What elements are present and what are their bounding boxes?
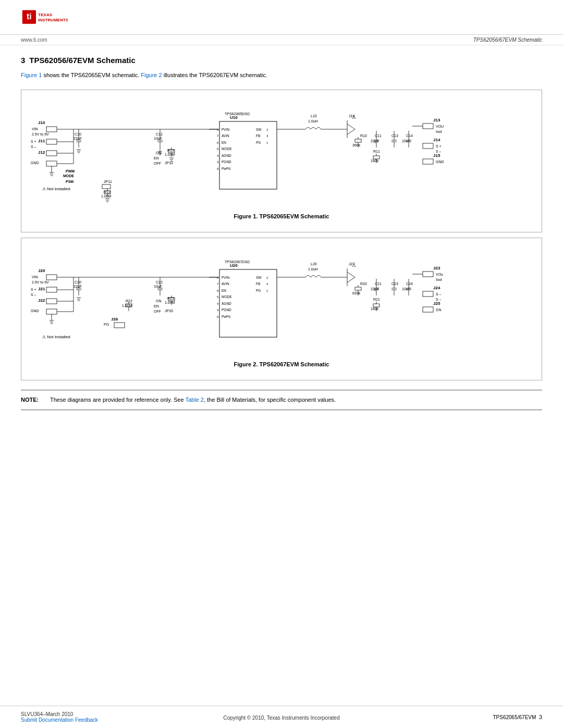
svg-rect-196 [114,323,125,328]
svg-line-96 [347,124,355,129]
figure2-container: J20 VIN 2.9V to 6V J21 S + S – J22 GND C… [21,238,542,380]
svg-text:J14: J14 [433,138,440,142]
svg-text:4: 4 [217,154,219,157]
doc-id: SLVU364–March 2010 [21,711,98,717]
svg-rect-37 [102,184,111,189]
svg-text:MODE: MODE [63,174,74,178]
svg-rect-260 [423,272,433,277]
figure1-link[interactable]: Figure 1 [21,72,42,78]
svg-text:C14: C14 [406,134,413,138]
svg-rect-156 [46,299,57,304]
svg-text:2.9V to 6V: 2.9V to 6V [32,132,49,136]
footer-doc-name: TPS62065/67EVM [493,714,536,720]
svg-text:S –: S – [436,292,442,296]
svg-text:FB: FB [256,282,260,286]
svg-text:GND: GND [31,309,39,313]
svg-text:1.0uH: 1.0uH [308,267,318,271]
svg-text:JP11: JP11 [104,180,112,183]
svg-text:AVIN: AVIN [222,282,229,286]
svg-text:C21: C21 [375,282,382,286]
svg-text:C13: C13 [391,134,398,138]
svg-text:J11: J11 [38,139,45,143]
svg-text:L20: L20 [311,262,317,266]
svg-text:Iout: Iout [436,130,442,133]
note-box: NOTE: These diagrams are provided for re… [21,390,542,411]
svg-rect-265 [423,291,433,297]
svg-text:MODE: MODE [222,295,232,299]
svg-text:360k: 360k [352,143,361,147]
svg-text:PGND: PGND [222,308,231,312]
svg-text:INSTRUMENTS: INSTRUMENTS [38,18,68,22]
svg-text:AGND: AGND [222,302,231,305]
section-number: 3 [21,56,25,65]
svg-text:22pF: 22pF [371,139,379,143]
footer-left: SLVU364–March 2010 Submit Documentation … [21,711,98,723]
svg-rect-159 [46,309,57,314]
svg-text:C22: C22 [156,280,163,284]
svg-text:22uF: 22uF [74,137,82,140]
svg-text:EN: EN [154,304,159,308]
svg-text:C23: C23 [391,282,398,286]
svg-text:VOU: VOU [436,125,444,128]
svg-text:S –: S – [436,298,442,301]
main-content: 3TPS62056/67EVM Schematic Figure 1 shows… [0,45,563,430]
svg-text:VOu: VOu [436,273,443,276]
svg-text:6: 6 [217,289,219,292]
svg-rect-7 [46,127,57,132]
figure1-container: J10 VIN 2.9V to 6V J11 S + S – J12 GND P… [21,90,542,232]
svg-text:PwPd: PwPd [222,167,230,170]
svg-text:7: 7 [217,282,219,286]
svg-text:J22: J22 [38,298,45,303]
svg-text:9: 9 [217,167,219,170]
svg-text:PSM: PSM [66,180,74,183]
svg-text:J21: J21 [38,287,45,291]
svg-text:FB: FB [256,134,260,138]
footer-right: TPS62065/67EVM 3 [493,714,542,720]
table2-link[interactable]: Table 2 [185,397,203,403]
svg-text:TEXAS: TEXAS [38,13,52,17]
figure2-link[interactable]: Figure 2 [141,72,162,78]
svg-text:C12: C12 [156,132,163,136]
svg-text:J15: J15 [433,153,440,158]
svg-text:J10: J10 [38,120,45,125]
svg-text:10uF: 10uF [154,137,162,140]
svg-text:R21: R21 [373,298,380,301]
svg-text:10uF: 10uF [402,287,410,291]
svg-text:AGND: AGND [222,154,231,157]
svg-text:JP20: JP20 [165,309,173,313]
figure2-caption: Figure 2. TPS62067EVM Schematic [27,361,536,367]
svg-text:Iout: Iout [436,278,442,281]
svg-text:ti: ti [27,12,32,21]
svg-text:U20: U20 [230,263,238,268]
svg-text:5: 5 [217,295,219,299]
svg-text:8: 8 [217,128,219,131]
svg-text:1.00M: 1.00M [165,153,175,156]
svg-rect-148 [46,275,57,280]
svg-text:AVIN: AVIN [222,134,229,138]
svg-text:J13: J13 [433,118,440,122]
svg-text:1.00M: 1.00M [101,194,112,198]
svg-text:180k: 180k [371,307,379,311]
svg-rect-151 [46,287,57,292]
svg-text:⚠: ⚠ [352,263,356,268]
svg-text:U10: U10 [230,115,238,120]
svg-text:J24: J24 [433,286,440,290]
intro-paragraph: Figure 1 shows the TPS62065EVM schematic… [21,71,542,80]
svg-text:22pF: 22pF [371,287,379,291]
svg-text:PWM: PWM [66,169,75,173]
svg-text:S –: S – [31,293,36,297]
svg-text:PG: PG [256,141,261,144]
svg-text:6: 6 [217,141,219,144]
figure1-caption: Figure 1. TPS62065EVM Schematic [27,213,536,219]
doc-title-header: TPS62056/67EVM Schematic [473,37,542,43]
svg-text:10uF: 10uF [154,285,162,288]
feedback-link[interactable]: Submit Documentation Feedback [21,717,98,723]
svg-text:R20: R20 [360,282,367,286]
svg-text:C10: C10 [75,132,81,136]
svg-text:S –: S – [31,145,36,149]
svg-text:7: 7 [217,134,219,138]
svg-text:GN: GN [436,308,442,312]
website-url: www.ti.com [21,37,47,43]
intro-text-middle: shows the TPS62065EVM schematic. [42,72,141,78]
svg-line-97 [347,129,355,134]
